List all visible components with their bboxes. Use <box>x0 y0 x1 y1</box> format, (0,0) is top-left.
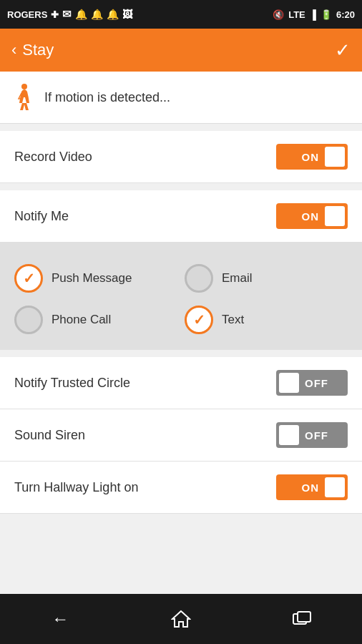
email-radio[interactable] <box>185 264 213 293</box>
sound-siren-toggle-label: OFF <box>305 429 341 441</box>
phone-call-option: Phone Call <box>14 306 177 334</box>
time-label: 6:20 <box>336 9 355 20</box>
notify-me-label: Notify Me <box>14 209 69 224</box>
extra-rows-section: Notify Trusted Circle OFF Sound Siren OF… <box>0 357 362 514</box>
confirm-button[interactable]: ✓ <box>335 39 351 62</box>
carrier-plus: ✚ <box>51 9 59 20</box>
phone-call-radio[interactable] <box>14 306 43 334</box>
sound-siren-row: Sound Siren OFF <box>0 409 362 462</box>
toggle-thumb-2 <box>325 206 345 226</box>
hallway-light-toggle-label: ON <box>302 482 320 494</box>
record-video-toggle-label: ON <box>302 151 320 163</box>
status-bar: ROGERS ✚ ✉ 🔔 🔔 🔔 🖼 🔇 LTE ▐ 🔋 6:20 <box>0 0 362 29</box>
text-option: Text <box>185 306 348 334</box>
push-message-option: Push Message <box>14 264 177 293</box>
notify-me-section: Notify Me ON Push Message Email Phone Ca… <box>0 190 362 350</box>
back-nav-button[interactable]: ← <box>42 605 78 633</box>
record-video-section: Record Video ON <box>0 131 362 183</box>
notification-icon-3: 🔔 <box>107 9 119 20</box>
walking-person-icon <box>14 83 34 112</box>
back-button[interactable]: ‹ <box>11 41 16 59</box>
signal-bars-icon: ▐ <box>310 9 316 20</box>
notify-me-toggle[interactable]: ON <box>276 203 348 229</box>
sound-siren-toggle[interactable]: OFF <box>276 422 348 448</box>
phone-call-label: Phone Call <box>52 313 111 327</box>
notification-icon-2: 🔔 <box>91 9 103 20</box>
toggle-thumb-4 <box>279 425 299 445</box>
text-radio[interactable] <box>185 306 213 334</box>
recents-nav-button[interactable] <box>284 605 320 633</box>
notify-trusted-circle-toggle[interactable]: OFF <box>276 370 348 396</box>
notify-me-row: Notify Me ON <box>0 190 362 243</box>
motion-text: If motion is detected... <box>44 90 170 105</box>
notify-options-panel: Push Message Email Phone Call Text <box>0 243 362 350</box>
email-option: Email <box>185 264 348 293</box>
record-video-toggle[interactable]: ON <box>276 144 348 170</box>
hallway-light-toggle[interactable]: ON <box>276 474 348 500</box>
bottom-nav: ← <box>0 594 362 644</box>
hallway-light-row: Turn Hallway Light on ON <box>0 462 362 514</box>
home-nav-button[interactable] <box>163 605 199 633</box>
notify-trusted-circle-row: Notify Trusted Circle OFF <box>0 357 362 409</box>
svg-rect-3 <box>298 612 310 622</box>
svg-point-0 <box>21 84 27 89</box>
mute-icon: 🔇 <box>273 9 284 20</box>
notify-options-grid: Push Message Email Phone Call Text <box>14 264 348 334</box>
notify-me-toggle-label: ON <box>302 210 320 223</box>
signal-label: LTE <box>288 9 305 20</box>
battery-icon: 🔋 <box>321 9 332 20</box>
push-message-radio[interactable] <box>14 264 43 293</box>
notification-icon-1: 🔔 <box>75 9 87 20</box>
toggle-thumb <box>325 147 345 167</box>
sound-siren-label: Sound Siren <box>14 428 85 443</box>
gmail-icon: ✉ <box>62 8 72 21</box>
hallway-light-label: Turn Hallway Light on <box>14 480 138 495</box>
toggle-thumb-5 <box>325 477 345 497</box>
motion-banner: If motion is detected... <box>0 72 362 124</box>
header: ‹ Stay ✓ <box>0 29 362 72</box>
toggle-thumb-3 <box>279 373 299 393</box>
email-label: Email <box>222 271 253 286</box>
push-message-label: Push Message <box>52 271 132 286</box>
notify-trusted-circle-label: Notify Trusted Circle <box>14 376 130 391</box>
page-title: Stay <box>22 41 335 59</box>
carrier-label: ROGERS <box>7 9 47 20</box>
notify-trusted-circle-toggle-label: OFF <box>305 377 341 389</box>
svg-marker-1 <box>172 611 190 627</box>
text-label: Text <box>222 313 244 327</box>
record-video-label: Record Video <box>14 150 92 165</box>
record-video-row: Record Video ON <box>0 131 362 183</box>
gallery-icon: 🖼 <box>122 9 132 20</box>
